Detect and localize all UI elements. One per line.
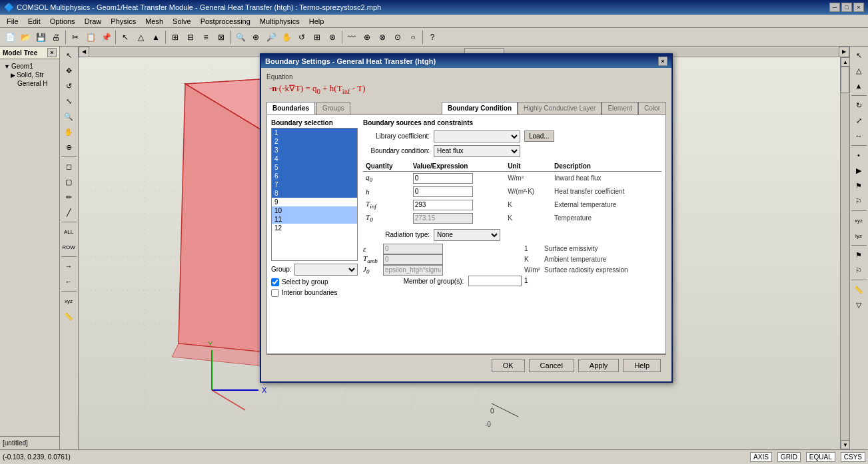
r-point-icon-btn[interactable]: • [851, 148, 866, 162]
tree-item-general[interactable]: General H [3, 79, 57, 88]
tab-boundaries[interactable]: Boundaries [266, 102, 315, 115]
scale-icon-btn[interactable]: ⤡ [61, 94, 76, 109]
radiation-type-select[interactable]: None Surface-to-ambient Surface-to-surfa… [434, 229, 500, 241]
scroll-right-arrow[interactable]: ▶ [839, 47, 849, 57]
tab-groups[interactable]: Groups [316, 102, 350, 115]
paste-button[interactable]: 📌 [99, 30, 113, 45]
r-scale-icon-btn[interactable]: ⤢ [851, 113, 866, 128]
value-j0[interactable] [383, 265, 443, 276]
help2-button[interactable]: ? [425, 30, 440, 45]
boundary-item-2[interactable]: 2 [272, 137, 357, 146]
plot1-button[interactable]: 〰 [344, 30, 359, 45]
rotate-icon-btn[interactable]: ↺ [61, 79, 76, 93]
maximize-button[interactable]: □ [841, 3, 852, 12]
zoom2-button[interactable]: ⊞ [310, 30, 324, 45]
r-rotate-icon-btn[interactable]: ↻ [851, 98, 866, 113]
value-q0[interactable] [413, 173, 473, 184]
close-button[interactable]: × [853, 3, 864, 12]
r-move-icon-btn[interactable]: ↔ [851, 128, 866, 143]
menu-multiphysics[interactable]: Multiphysics [256, 17, 304, 26]
value-tamb[interactable] [383, 254, 443, 265]
r-triangle3-icon-btn[interactable]: ▽ [851, 298, 866, 312]
zoom-icon-btn[interactable]: 🔍 [61, 109, 76, 124]
boundary-item-9[interactable]: 9 [272, 198, 357, 206]
r-triangle2-icon-btn[interactable]: ▲ [851, 79, 866, 93]
line-icon-btn[interactable]: ╱ [61, 205, 76, 220]
tab-element[interactable]: Element [602, 102, 638, 115]
value-h[interactable] [413, 186, 473, 197]
zoom-fit-button[interactable]: ⊕ [248, 30, 263, 45]
plot2-button[interactable]: ⊕ [360, 30, 374, 45]
vertical-scrollbar[interactable]: ▲ ▼ [840, 57, 849, 449]
r-flag3-icon-btn[interactable]: ⚑ [851, 248, 866, 262]
scroll-down-arrow[interactable]: ▼ [841, 440, 849, 449]
tree-item-geom[interactable]: ▼ Geom1 [3, 62, 57, 71]
boundary-item-11[interactable]: 11 [272, 215, 357, 224]
load-button[interactable]: Load... [524, 130, 554, 142]
boundary-item-6[interactable]: 6 [272, 172, 357, 180]
apply-button[interactable]: Apply [578, 359, 620, 372]
value-epsilon[interactable] [383, 244, 443, 254]
menu-draw[interactable]: Draw [81, 17, 106, 26]
boundary-item-7[interactable]: 7 [272, 180, 357, 189]
open-button[interactable]: 📂 [18, 30, 33, 45]
zoom-in-button[interactable]: 🔍 [233, 30, 248, 45]
boundary-item-3[interactable]: 3 [272, 146, 357, 154]
xyz-icon-btn[interactable]: xyz [61, 294, 76, 308]
select-by-group-checkbox[interactable] [271, 278, 279, 286]
scroll-left-arrow[interactable]: ◀ [79, 47, 89, 57]
triangle2-button[interactable]: ▲ [149, 30, 163, 45]
boundary-item-1[interactable]: 1 [272, 128, 357, 137]
plot4-button[interactable]: ⊙ [390, 30, 405, 45]
scroll-thumb-v[interactable] [841, 67, 849, 93]
boundary-item-10[interactable]: 10 [272, 206, 357, 215]
rotate-button[interactable]: ↺ [294, 30, 309, 45]
library-coefficient-select[interactable] [434, 130, 520, 142]
expand-icon-solid[interactable]: ▶ [11, 72, 15, 79]
r-ruler-icon-btn[interactable]: 📏 [851, 282, 866, 297]
r-flag2-icon-btn[interactable]: ⚐ [851, 194, 866, 208]
row-icon-btn[interactable]: ROW [61, 240, 76, 254]
select-icon-btn[interactable]: ◻ [61, 159, 76, 174]
axis-button[interactable]: ⊛ [325, 30, 340, 45]
plot3-button[interactable]: ⊗ [375, 30, 390, 45]
print-button[interactable]: 🖨 [49, 30, 63, 45]
r-xyz-icon-btn[interactable]: xyz [851, 213, 866, 228]
dialog-close-button[interactable]: × [658, 57, 667, 66]
cut-button[interactable]: ✂ [68, 30, 83, 45]
boundary-item-4[interactable]: 4 [272, 154, 357, 163]
value-t0[interactable] [413, 213, 473, 224]
r-arrow-icon-btn[interactable]: ▶ [851, 163, 866, 178]
plot5-button[interactable]: ○ [406, 30, 420, 45]
r-select-icon-btn[interactable]: ↖ [851, 48, 866, 63]
zoom3-icon-btn[interactable]: ⊕ [61, 140, 76, 154]
interior-boundaries-checkbox[interactable] [271, 289, 279, 297]
scroll-up-arrow[interactable]: ▲ [841, 57, 849, 67]
save-button[interactable]: 💾 [33, 30, 48, 45]
new-button[interactable]: 📄 [3, 30, 17, 45]
member-input[interactable] [468, 276, 522, 286]
tool2-button[interactable]: ⊟ [183, 30, 198, 45]
menu-options[interactable]: Options [46, 17, 79, 26]
r-flag4-icon-btn[interactable]: ⚐ [851, 263, 866, 278]
tree-close-button[interactable]: × [47, 48, 57, 57]
tool4-button[interactable]: ⊠ [214, 30, 228, 45]
r-flag-icon-btn[interactable]: ⚑ [851, 178, 866, 193]
boundary-item-5[interactable]: 5 [272, 163, 357, 172]
arrow-right-btn[interactable]: → [61, 259, 76, 274]
tool1-button[interactable]: ⊞ [168, 30, 183, 45]
r-xyz2-icon-btn[interactable]: lyz [851, 228, 866, 243]
menu-physics[interactable]: Physics [107, 17, 140, 26]
zoom-out-button[interactable]: 🔎 [264, 30, 278, 45]
all-icon-btn[interactable]: ALL [61, 224, 76, 239]
minimize-button[interactable]: ─ [829, 3, 840, 12]
boundary-item-8[interactable]: 8 [272, 189, 357, 198]
tab-highly-conductive[interactable]: Highly Conductive Layer [518, 102, 602, 115]
tab-boundary-condition[interactable]: Boundary Condition [442, 102, 518, 115]
r-triangle-icon-btn[interactable]: △ [851, 63, 866, 78]
help-button[interactable]: Help [623, 359, 661, 372]
copy-button[interactable]: 📋 [83, 30, 98, 45]
pan-button[interactable]: ✋ [279, 30, 294, 45]
boundary-item-12[interactable]: 12 [272, 224, 357, 232]
triangle-button[interactable]: △ [133, 30, 148, 45]
